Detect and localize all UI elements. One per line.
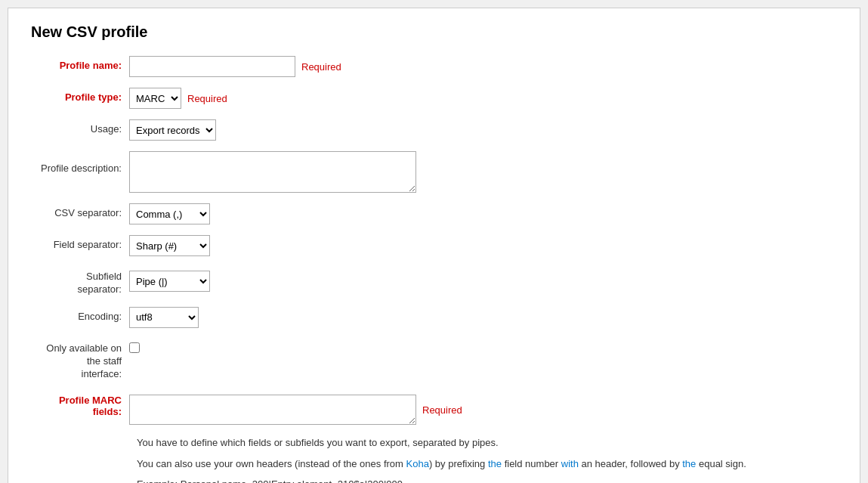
csv-separator-label: CSV separator:	[31, 203, 129, 218]
with-highlight: with	[561, 458, 579, 469]
profile-marc-required: Required	[422, 404, 462, 416]
profile-description-label: Profile description:	[31, 151, 129, 174]
profile-type-required: Required	[187, 93, 227, 104]
staff-interface-label: Only available onthe staffinterface:	[31, 339, 129, 381]
info-text-3: Example: Personal name=200|Entry element…	[137, 477, 837, 483]
profile-description-textarea[interactable]	[129, 151, 416, 193]
csv-separator-select[interactable]: Comma (,) Semicolon (;) Tab Pipe (|)	[129, 203, 210, 224]
info-text-1: You have to define which fields or subfi…	[137, 435, 837, 450]
the-highlight: the	[488, 458, 502, 469]
page-title: New CSV profile	[31, 23, 837, 41]
subfield-separator-label: Subfieldseparator:	[31, 267, 129, 296]
the2-highlight: the	[682, 458, 696, 469]
encoding-label: Encoding:	[31, 307, 129, 322]
profile-marc-textarea[interactable]	[129, 395, 416, 425]
profile-type-select[interactable]: MARC	[129, 88, 181, 109]
encoding-select[interactable]: utf8 iso-8859-1 utf-16	[129, 307, 199, 328]
usage-select[interactable]: Export records Import records	[129, 119, 216, 141]
profile-name-label: Profile name:	[31, 56, 129, 71]
staff-interface-checkbox[interactable]	[129, 342, 140, 353]
profile-name-required: Required	[301, 61, 341, 73]
field-separator-label: Field separator:	[31, 235, 129, 250]
subfield-separator-select[interactable]: Pipe (|) Comma (,) Semicolon (;) Sharp (…	[129, 271, 210, 292]
info-text-2: You can also use your own headers (inste…	[137, 457, 837, 472]
koha-highlight: Koha	[406, 458, 429, 469]
usage-label: Usage:	[31, 119, 129, 135]
field-separator-select[interactable]: Sharp (#) Comma (,) Semicolon (;) Pipe (…	[129, 235, 210, 256]
profile-marc-label: Profile MARCfields:	[31, 391, 129, 417]
profile-name-input[interactable]	[129, 56, 295, 77]
profile-type-label: Profile type:	[31, 88, 129, 103]
